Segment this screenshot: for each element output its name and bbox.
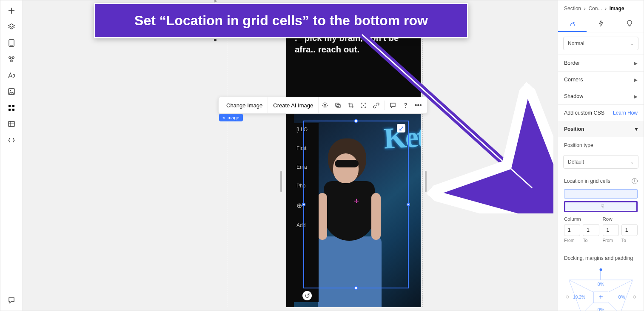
- handle-bottom[interactable]: [354, 286, 358, 290]
- selection-box[interactable]: ⤢ ↺ ✛: [303, 121, 409, 288]
- svg-point-11: [324, 104, 326, 106]
- row-to-input[interactable]: 1: [621, 224, 638, 236]
- svg-point-26: [566, 296, 569, 298]
- left-rail: [0, 0, 23, 311]
- svg-point-16: [573, 22, 574, 23]
- svg-line-23: [607, 301, 620, 311]
- guide-left: [227, 17, 227, 307]
- comment-icon[interactable]: [386, 97, 399, 113]
- grid-cells-picker[interactable]: ☟: [564, 189, 638, 212]
- svg-line-20: [569, 280, 595, 293]
- help-icon[interactable]: [399, 97, 412, 113]
- custom-css-row[interactable]: Add custom CSSLearn How: [558, 104, 644, 121]
- border-accordion[interactable]: Border▶: [558, 55, 644, 71]
- row-from-input[interactable]: 1: [603, 224, 619, 236]
- resize-handle-right[interactable]: [425, 171, 427, 192]
- link-icon[interactable]: [370, 97, 382, 113]
- svg-point-14: [363, 105, 364, 106]
- location-label-row: Location in grid cells i: [558, 173, 644, 187]
- svg-rect-8: [9, 109, 11, 111]
- position-section-header[interactable]: Position▾: [558, 121, 644, 137]
- dock-right-value: 0%: [618, 294, 625, 299]
- dock-top-value: 0%: [598, 282, 604, 287]
- apps-icon[interactable]: [7, 104, 16, 112]
- column-header: Column: [564, 216, 599, 222]
- layers-icon[interactable]: [7, 23, 16, 31]
- svg-rect-9: [12, 109, 14, 111]
- handle-left[interactable]: [302, 203, 305, 206]
- svg-line-21: [607, 280, 633, 293]
- reset-icon[interactable]: ↺: [302, 291, 312, 300]
- canvas-area[interactable]: Mobile (750px and belo session, or are j…: [23, 0, 558, 311]
- inspector-panel: Section › Con... › Image Normal⌄ Border▶…: [558, 0, 644, 311]
- svg-point-27: [633, 296, 636, 298]
- handle-top[interactable]: [354, 119, 358, 123]
- media-icon[interactable]: [7, 87, 16, 96]
- position-type-label: Position type: [558, 137, 644, 151]
- docking-diagram[interactable]: + 0% 19.2% 0% 0%: [564, 267, 638, 311]
- resize-handle-left[interactable]: [280, 171, 282, 192]
- cursor-icon: ☟: [601, 204, 604, 210]
- dock-left-value: 19.2%: [573, 295, 585, 299]
- code-icon[interactable]: [7, 136, 16, 144]
- docking-label: Docking, margins and padding: [558, 249, 644, 264]
- svg-text:+: +: [598, 293, 603, 301]
- more-icon[interactable]: •••: [412, 97, 425, 113]
- svg-rect-10: [9, 121, 14, 127]
- svg-line-22: [582, 301, 595, 311]
- column-row-inputs: Column 1 1 FromTo Row 1 1 FromTo: [558, 216, 644, 245]
- svg-rect-4: [9, 89, 14, 95]
- tab-interactions[interactable]: [587, 16, 615, 32]
- position-type-select[interactable]: Default⌄: [563, 155, 638, 169]
- instruction-callout: Set “Location in grid cells” to the bott…: [94, 3, 468, 38]
- crop-icon[interactable]: [344, 97, 357, 113]
- grid-row-1[interactable]: [564, 189, 638, 199]
- learn-how-link[interactable]: Learn How: [613, 110, 638, 116]
- svg-rect-13: [337, 104, 340, 108]
- settings-icon[interactable]: [319, 97, 331, 113]
- comments-icon[interactable]: [7, 296, 16, 305]
- focal-icon[interactable]: [357, 97, 370, 113]
- info-icon[interactable]: i: [632, 178, 638, 184]
- anchor-cross: ✛: [354, 198, 359, 204]
- corners-accordion[interactable]: Corners▶: [558, 71, 644, 88]
- guide-right: [422, 17, 423, 307]
- change-image-button[interactable]: Change Image: [221, 97, 268, 113]
- svg-rect-7: [12, 105, 14, 107]
- svg-point-5: [10, 90, 11, 91]
- dock-bottom-value: 0%: [598, 307, 604, 311]
- row-header: Row: [603, 216, 638, 222]
- data-icon[interactable]: [7, 120, 16, 128]
- svg-point-3: [10, 60, 12, 62]
- typography-icon[interactable]: [7, 71, 16, 80]
- grid-row-2-selected[interactable]: ☟: [564, 201, 638, 212]
- svg-rect-6: [9, 105, 11, 107]
- column-from-input[interactable]: 1: [564, 224, 580, 236]
- column-to-input[interactable]: 1: [583, 224, 599, 236]
- element-badge[interactable]: ◂Image: [219, 114, 243, 121]
- expand-icon[interactable]: ⤢: [397, 124, 405, 132]
- page-icon[interactable]: [7, 39, 16, 47]
- breadcrumbs[interactable]: Section › Con... › Image: [558, 0, 644, 16]
- inspector-tabs: [558, 16, 644, 32]
- tab-design[interactable]: [558, 16, 587, 32]
- copy-icon[interactable]: [331, 97, 344, 113]
- state-selector[interactable]: Normal⌄: [563, 37, 638, 50]
- svg-rect-12: [336, 103, 339, 107]
- floating-toolbar: Change Image Create AI Image •••: [218, 97, 427, 114]
- add-icon[interactable]: [7, 6, 16, 15]
- separator: [384, 101, 385, 110]
- shadow-accordion[interactable]: Shadow▶: [558, 88, 644, 104]
- components-icon[interactable]: [7, 55, 16, 63]
- create-ai-image-button[interactable]: Create AI Image: [268, 97, 319, 113]
- svg-point-17: [600, 268, 602, 271]
- handle-right[interactable]: [407, 203, 410, 206]
- tab-ideas[interactable]: [615, 16, 644, 32]
- svg-point-15: [405, 107, 406, 108]
